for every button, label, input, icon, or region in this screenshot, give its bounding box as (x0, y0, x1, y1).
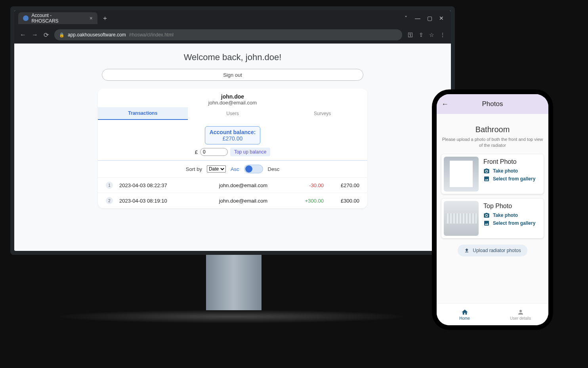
camera-icon (483, 168, 490, 174)
phone-frame: ← Photos Bathroom Please upload a photo … (432, 89, 553, 330)
share-icon[interactable]: ⇪ (419, 32, 424, 38)
sort-select[interactable]: Date (207, 165, 226, 173)
monitor-frame: Account - RHOSCARS × ＋ ˅ — ▢ ✕ ← → ⟳ 🔒 a… (10, 6, 455, 255)
new-tab-button[interactable]: ＋ (100, 13, 110, 23)
table-row[interactable]: 1 2023-04-03 08:22:37 john.doe@email.com… (98, 177, 367, 193)
welcome-heading: Welcome back, john.doe! (14, 52, 451, 63)
row-balance: £300.00 (324, 198, 359, 204)
top-take-photo-button[interactable]: Take photo (483, 212, 535, 218)
tab-transactions[interactable]: Transactions (98, 107, 188, 120)
window-controls: ˅ — ▢ ✕ (402, 15, 451, 21)
tab-strip: Account - RHOSCARS × ＋ ˅ — ▢ ✕ (14, 10, 451, 26)
close-window-icon[interactable]: ✕ (437, 15, 445, 21)
phone-body: Bathroom Please upload a photo of both t… (437, 114, 548, 303)
image-icon (483, 220, 490, 226)
row-email: john.doe@email.com (199, 198, 288, 204)
person-icon (517, 309, 524, 316)
balance-label: Account balance: (210, 129, 256, 135)
transactions-list: 1 2023-04-03 08:22:37 john.doe@email.com… (98, 177, 367, 208)
top-gallery-button[interactable]: Select from gallery (483, 220, 535, 226)
sort-row: Sort by Date Asc Desc (98, 161, 367, 177)
row-balance: £270.00 (324, 182, 359, 188)
top-photo-card: Top Photo Take photo Select from gallery (441, 199, 544, 238)
sort-label: Sort by (186, 166, 202, 172)
phone-title: Photos (437, 100, 548, 108)
balance-value: £270.00 (207, 135, 258, 142)
kebab-icon[interactable]: ⋮ (440, 32, 445, 38)
close-icon[interactable]: × (90, 15, 93, 21)
instruction-text: Please upload a photo of both the front … (441, 137, 544, 149)
row-timestamp: 2023-04-03 08:19:10 (119, 198, 199, 204)
monitor-stand-base (59, 310, 404, 323)
row-index: 2 (106, 197, 113, 204)
nav-user-details[interactable]: User details (493, 304, 548, 325)
forward-icon[interactable]: → (32, 31, 38, 38)
reload-icon[interactable]: ⟳ (44, 31, 49, 39)
url-path: /rhoswa/cl/index.html (129, 32, 174, 38)
url-input[interactable]: 🔒 app.oakhousesoftware.com/rhoswa/cl/ind… (54, 29, 402, 40)
row-email: john.doe@email.com (199, 182, 288, 188)
topup-row: £ Top up balance (98, 148, 367, 156)
toggle-knob (245, 165, 252, 173)
row-amount: -30.00 (288, 182, 324, 188)
front-photo-card: Front Photo Take photo Select from galle… (441, 154, 544, 194)
url-host: app.oakhousesoftware.com (68, 32, 126, 38)
upload-photos-button[interactable]: Upload radiator photos (458, 245, 527, 256)
tab-surveys[interactable]: Surveys (277, 107, 367, 120)
browser-chrome: Account - RHOSCARS × ＋ ˅ — ▢ ✕ ← → ⟳ 🔒 a… (14, 10, 451, 44)
sort-asc-label: Asc (231, 166, 239, 172)
user-header: john.doe john.doe@email.com (98, 89, 367, 107)
table-row[interactable]: 2 2023-04-03 08:19:10 john.doe@email.com… (98, 193, 367, 208)
camera-icon (483, 212, 490, 218)
front-photo-thumbnail[interactable] (444, 157, 479, 192)
key-icon[interactable]: ⚿ (408, 32, 413, 38)
front-gallery-button[interactable]: Select from gallery (483, 176, 535, 182)
nav-home[interactable]: Home (437, 304, 493, 325)
home-icon (461, 309, 468, 316)
sort-direction-toggle[interactable] (244, 165, 263, 173)
minimize-icon[interactable]: — (414, 15, 422, 21)
user-name: john.doe (98, 93, 367, 100)
phone-header: ← Photos (437, 94, 548, 114)
user-email: john.doe@email.com (98, 100, 367, 106)
address-bar: ← → ⟳ 🔒 app.oakhousesoftware.com/rhoswa/… (14, 26, 451, 44)
bottom-nav: Home User details (437, 303, 548, 325)
sign-out-button[interactable]: Sign out (102, 69, 363, 81)
top-photo-title: Top Photo (483, 203, 535, 210)
row-timestamp: 2023-04-03 08:22:37 (119, 182, 199, 188)
chevron-down-icon[interactable]: ˅ (402, 15, 410, 21)
account-card: john.doe john.doe@email.com Transactions… (98, 89, 367, 208)
row-amount: +300.00 (288, 198, 324, 204)
currency-symbol: £ (195, 149, 198, 155)
upload-icon (464, 248, 470, 253)
phone-screen: ← Photos Bathroom Please upload a photo … (437, 94, 548, 325)
tab-users[interactable]: Users (188, 107, 278, 120)
front-photo-title: Front Photo (483, 158, 535, 165)
star-icon[interactable]: ☆ (429, 32, 434, 38)
browser-tab[interactable]: Account - RHOSCARS × (18, 12, 97, 24)
sort-desc-label: Desc (268, 166, 280, 172)
back-icon[interactable]: ← (20, 31, 26, 38)
row-index: 1 (106, 182, 113, 189)
webapp-page: Welcome back, john.doe! Sign out john.do… (14, 44, 451, 251)
lock-icon: 🔒 (59, 32, 65, 38)
topup-amount-input[interactable] (200, 148, 228, 156)
top-photo-thumbnail[interactable] (444, 201, 479, 236)
front-take-photo-button[interactable]: Take photo (483, 168, 535, 174)
monitor-screen: Account - RHOSCARS × ＋ ˅ — ▢ ✕ ← → ⟳ 🔒 a… (14, 10, 451, 251)
toolbar-icons: ⚿ ⇪ ☆ ⋮ (408, 32, 445, 38)
maximize-icon[interactable]: ▢ (426, 15, 433, 21)
app-tabs: Transactions Users Surveys (98, 107, 367, 120)
balance-box: Account balance: £270.00 (205, 126, 260, 144)
image-icon (483, 176, 490, 182)
topup-button[interactable]: Top up balance (230, 148, 270, 156)
room-heading: Bathroom (441, 125, 544, 134)
favicon-icon (23, 15, 29, 21)
tab-title: Account - RHOSCARS (32, 13, 78, 24)
monitor-stand-neck (206, 255, 262, 310)
